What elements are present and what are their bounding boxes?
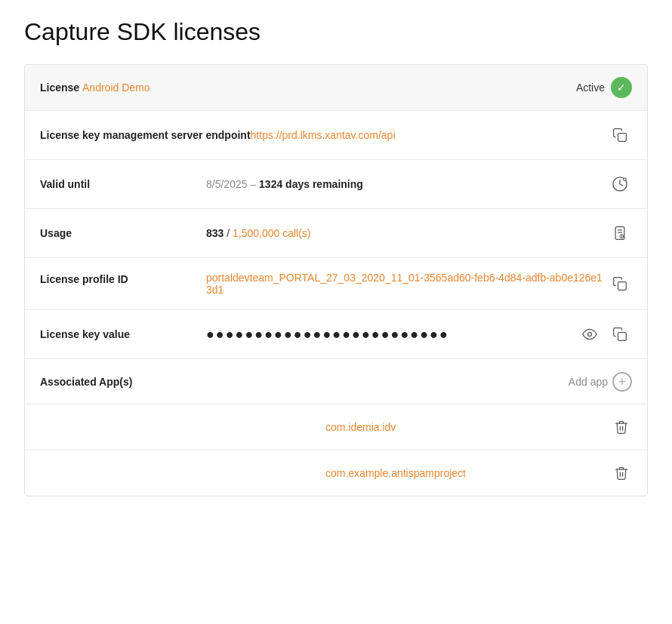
usage-used: 833 — [206, 227, 223, 239]
svg-rect-0 — [618, 134, 627, 142]
valid-days: 1324 days remaining — [259, 178, 363, 190]
page-title: Capture SDK licenses — [24, 18, 648, 46]
copy-profile-id-button[interactable] — [608, 272, 632, 296]
license-header-row: License Android Demo Active ✓ — [25, 65, 647, 111]
add-app-plus-icon: + — [612, 372, 632, 392]
app-row-2: com.example.antispamproject — [25, 450, 647, 496]
add-app-label: Add app — [569, 376, 608, 388]
active-label: Active — [576, 81, 605, 94]
license-name: Android Demo — [82, 81, 150, 94]
valid-until-label: Valid until — [40, 178, 206, 190]
profile-id-link[interactable]: portaldevteam_PORTAL_27_03_2020_11_01-35… — [206, 272, 603, 296]
active-check-icon: ✓ — [611, 77, 632, 98]
svg-rect-9 — [618, 282, 627, 290]
license-status: Active ✓ — [576, 77, 632, 98]
associated-apps-label: Associated App(s) — [40, 376, 206, 388]
license-card: License Android Demo Active ✓ License ke… — [24, 64, 648, 496]
app-name-1: com.idemia.idv — [325, 421, 611, 433]
key-value-row: License key value ●●●●●●●●●●●●●●●●●●●●●●… — [25, 310, 647, 359]
copy-endpoint-button[interactable] — [608, 123, 632, 147]
license-header-label: License Android Demo — [40, 81, 206, 94]
endpoint-value: https://prd.lkms.xantav.com/api — [251, 129, 608, 141]
calendar-button[interactable] — [608, 172, 632, 196]
usage-separator: / — [227, 227, 233, 239]
key-value-label: License key value — [40, 328, 206, 340]
usage-value: 833 / 1,500,000 call(s) — [206, 227, 608, 239]
copy-key-button[interactable] — [608, 322, 632, 346]
profile-id-value: portaldevteam_PORTAL_27_03_2020_11_01-35… — [206, 272, 608, 296]
delete-app-2-button[interactable] — [611, 463, 632, 484]
svg-point-3 — [624, 178, 627, 181]
profile-id-row: License profile ID portaldevteam_PORTAL_… — [25, 258, 647, 310]
usage-detail-button[interactable] — [608, 221, 632, 245]
usage-row: Usage 833 / 1,500,000 call(s) — [25, 209, 647, 258]
endpoint-row: License key management server endpoint h… — [25, 111, 647, 160]
svg-point-10 — [588, 333, 592, 337]
key-value-masked: ●●●●●●●●●●●●●●●●●●●●●●●●● — [206, 327, 578, 343]
app-name-2: com.example.antispamproject — [325, 467, 611, 479]
endpoint-url[interactable]: https://prd.lkms.xantav.com/api — [251, 129, 396, 141]
valid-date: 8/5/2025 — [206, 178, 248, 190]
profile-id-label: License profile ID — [40, 272, 206, 285]
reveal-key-button[interactable] — [578, 322, 602, 346]
delete-app-1-button[interactable] — [611, 417, 632, 438]
endpoint-label: License key management server endpoint — [40, 129, 251, 141]
valid-separator: – — [250, 178, 259, 190]
associated-apps-row: Associated App(s) Add app + — [25, 359, 647, 404]
app-row-1: com.idemia.idv — [25, 404, 647, 450]
usage-total: 1,500,000 call(s) — [233, 227, 311, 239]
valid-until-value: 8/5/2025 – 1324 days remaining — [206, 178, 608, 190]
add-app-button[interactable]: Add app + — [569, 372, 632, 392]
valid-until-row: Valid until 8/5/2025 – 1324 days remaini… — [25, 160, 647, 209]
svg-rect-11 — [618, 333, 627, 341]
usage-label: Usage — [40, 227, 206, 239]
active-badge: Active ✓ — [576, 77, 632, 98]
